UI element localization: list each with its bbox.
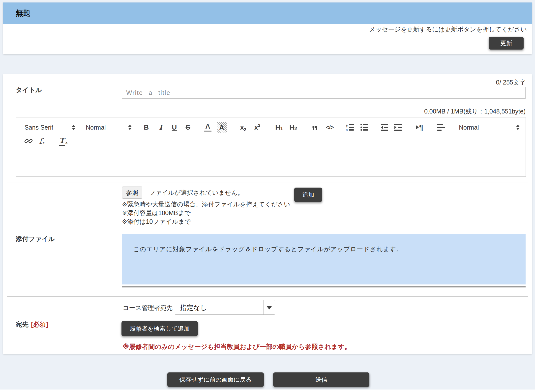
attachment-label: 添付ファイル (16, 235, 55, 243)
ordered-list-icon: 123 (346, 123, 355, 132)
title-label: タイトル (16, 86, 42, 94)
text-color-button[interactable]: A (203, 121, 213, 134)
link-button[interactable] (23, 135, 34, 147)
strikethrough-button[interactable]: S (183, 121, 193, 134)
update-button[interactable]: 更新 (489, 37, 524, 50)
search-students-button[interactable]: 履修者を検索して追加 (121, 321, 198, 336)
attachment-row: 参照 ファイルが選択されていません。 追加 ※緊急時や大量送信の場合、添付ファイ… (3, 183, 532, 296)
subscript-button[interactable]: x2 (238, 121, 248, 134)
clear-formatting-icon: T (59, 137, 65, 146)
italic-icon: I (159, 123, 162, 132)
file-browse-button[interactable]: 参照 (122, 187, 142, 198)
attachment-note: ※緊急時や大量送信の場合、添付ファイルを控えてください (122, 200, 290, 209)
formula-icon: f (39, 137, 42, 145)
title-char-counter: 0/ 255文字 (496, 78, 526, 86)
attachment-note: ※添付容量は100MBまで (122, 209, 290, 217)
heading-select[interactable]: Normal (86, 121, 132, 134)
course-admin-label: コース管理者宛先 (123, 304, 173, 312)
message-form-panel: 0/ 255文字 タイトル 0.00MB / 1MB(残り：1,048,551b… (3, 74, 532, 354)
blockquote-button[interactable]: ” (310, 121, 320, 134)
bold-button[interactable]: B (141, 121, 151, 134)
message-header-panel: 無題 メッセージを更新するには更新ボタンを押してください 更新 (3, 2, 532, 54)
course-admin-select[interactable]: 指定なし (175, 300, 275, 315)
heading-value: Normal (86, 124, 106, 131)
bold-icon: B (144, 123, 149, 131)
dropzone-text: このエリアに対象ファイルをドラッグ＆ドロップするとファイルがアップロードされます… (133, 245, 403, 253)
subscript-icon: x2 (240, 124, 246, 131)
background-color-button[interactable]: A (216, 121, 227, 134)
required-badge: [必須] (31, 321, 48, 328)
editor-toolbar: Sans Serif Normal B I U S A (16, 117, 526, 150)
chevron-down-icon (267, 306, 272, 309)
destination-label: 宛先[必須] (16, 320, 48, 329)
font-size-value: Normal (459, 124, 479, 131)
file-dropzone[interactable]: このエリアに対象ファイルをドラッグ＆ドロップするとファイルがアップロードされます… (122, 234, 526, 284)
indent-button[interactable] (393, 121, 403, 134)
align-icon (437, 123, 446, 132)
destination-warning-note: ※履修者間のみのメッセージも担当教員および一部の職員から参照されます。 (123, 342, 351, 351)
align-button[interactable] (436, 121, 446, 134)
font-family-value: Sans Serif (25, 124, 53, 131)
editor-content-area[interactable] (16, 150, 526, 176)
next-panel-edge (0, 390, 535, 392)
outdent-icon (380, 123, 389, 132)
title-input[interactable] (122, 87, 526, 99)
text-direction-icon (416, 125, 419, 129)
select-separator (264, 300, 264, 314)
heading2-icon: H2 (289, 123, 297, 131)
link-icon (24, 137, 33, 145)
select-updown-icon (516, 125, 520, 130)
superscript-icon: x2 (254, 124, 260, 131)
heading1-icon: H1 (275, 123, 283, 131)
destination-row: コース管理者宛先 指定なし 宛先[必須] 履修者を検索して追加 ※履修者間のみの… (3, 296, 532, 354)
strikethrough-icon: S (186, 123, 190, 131)
title-row: 0/ 255文字 タイトル (3, 74, 532, 105)
code-block-button[interactable]: </> (323, 121, 337, 134)
bullet-list-button[interactable] (359, 121, 369, 134)
select-updown-icon (72, 125, 75, 130)
course-admin-select-value: 指定なし (180, 303, 207, 312)
bullet-list-icon (360, 123, 369, 132)
heading1-button[interactable]: H1 (273, 121, 285, 134)
font-family-select[interactable]: Sans Serif (25, 121, 75, 134)
superscript-button[interactable]: x2 (252, 121, 263, 134)
ordered-list-button[interactable]: 123 (345, 121, 355, 134)
no-file-selected-text: ファイルが選択されていません。 (149, 189, 244, 197)
italic-button[interactable]: I (155, 121, 166, 134)
update-instruction-text: メッセージを更新するには更新ボタンを押してください (369, 25, 527, 33)
clear-formatting-button[interactable]: T x (58, 135, 68, 147)
upload-progress-bar (122, 286, 526, 287)
back-without-saving-button[interactable]: 保存せずに前の画面に戻る (167, 372, 264, 387)
svg-text:3: 3 (346, 129, 348, 132)
message-title-bar: 無題 (3, 2, 532, 24)
outdent-button[interactable] (379, 121, 390, 134)
underline-button[interactable]: U (169, 121, 179, 134)
background-color-icon: A (217, 122, 227, 133)
formula-button[interactable]: f x (37, 135, 47, 147)
add-attachment-button[interactable]: 追加 (294, 188, 322, 202)
attachment-note: ※添付は10ファイルまで (122, 217, 290, 226)
rich-text-editor: Sans Serif Normal B I U S A (16, 117, 526, 177)
message-title: 無題 (16, 8, 30, 18)
text-color-icon: A (204, 123, 211, 132)
indent-icon (393, 123, 402, 132)
attachment-notes: ※緊急時や大量送信の場合、添付ファイルを控えてください ※添付容量は100MBま… (122, 200, 290, 226)
select-updown-icon (128, 125, 132, 130)
text-direction-button[interactable]: ¶ (414, 121, 426, 134)
heading2-button[interactable]: H2 (287, 121, 299, 134)
message-edit-page: 無題 メッセージを更新するには更新ボタンを押してください 更新 0/ 255文字… (0, 0, 535, 392)
underline-icon: U (172, 123, 177, 131)
body-size-counter: 0.00MB / 1MB(残り：1,048,551byte) (424, 107, 526, 115)
code-block-icon: </> (326, 124, 334, 131)
font-size-select[interactable]: Normal (459, 121, 520, 134)
editor-row: 0.00MB / 1MB(残り：1,048,551byte) Sans Seri… (3, 105, 532, 183)
send-button[interactable]: 送信 (273, 372, 369, 387)
